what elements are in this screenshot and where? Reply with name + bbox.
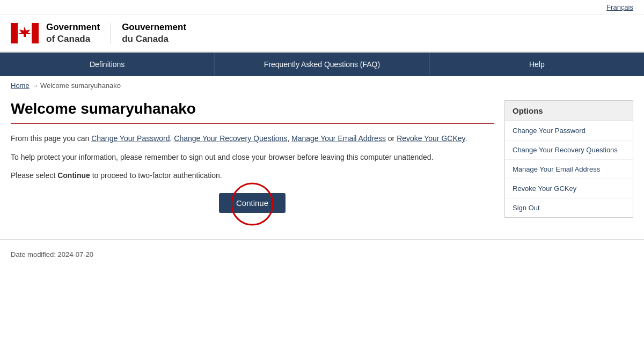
continue-button[interactable]: Continue [219, 193, 286, 213]
gov-name-en-line2: of Canada [46, 33, 100, 45]
security-paragraph: To help protect your information, please… [11, 151, 494, 163]
gov-name-fr-line1: Gouvernement [122, 21, 186, 33]
svg-rect-2 [32, 23, 39, 43]
breadcrumb: Home → Welcome sumaryuhanako [0, 76, 644, 95]
top-bar: Français [0, 0, 644, 15]
gov-name-english: Government of Canada [46, 21, 100, 45]
sidebar-manage-email[interactable]: Manage Your Email Address [505, 160, 633, 179]
header-divider [111, 23, 111, 44]
sidebar-revoke-gckey[interactable]: Revoke Your GCKey [505, 179, 633, 198]
date-modified-value: 2024-07-20 [57, 250, 93, 258]
gov-name-en-line1: Government [46, 21, 100, 33]
intro-paragraph: From this page you can Change Your Passw… [11, 132, 494, 144]
breadcrumb-arrow: → [31, 82, 38, 90]
canada-flag-icon [11, 23, 39, 43]
continue-button-wrapper: Continue [219, 193, 286, 213]
language-toggle-link[interactable]: Français [606, 3, 633, 11]
options-sidebar: Options Change Your Password Change Your… [504, 100, 633, 218]
svg-rect-4 [24, 34, 26, 37]
date-modified-label: Date modified: [11, 250, 56, 258]
svg-rect-0 [11, 23, 18, 43]
nav-item-definitions[interactable]: Definitions [0, 53, 215, 76]
nav-item-faq[interactable]: Frequently Asked Questions (FAQ) [215, 53, 429, 76]
sidebar-change-password[interactable]: Change Your Password [505, 121, 633, 141]
sidebar-change-recovery[interactable]: Change Your Recovery Questions [505, 141, 633, 160]
page-title: Welcome sumaryuhanako [11, 100, 494, 124]
gov-name-french: Gouvernement du Canada [122, 21, 186, 45]
main-navigation: Definitions Frequently Asked Questions (… [0, 53, 644, 76]
footer: Date modified: 2024-07-20 [0, 239, 644, 264]
content-area: Welcome sumaryuhanako From this page you… [11, 100, 494, 218]
header: Government of Canada Gouvernement du Can… [0, 15, 644, 53]
change-recovery-link[interactable]: Change Your Recovery Questions [174, 134, 287, 143]
sidebar-title: Options [505, 101, 633, 121]
gov-name-fr-line2: du Canada [122, 33, 186, 45]
change-password-link[interactable]: Change Your Password [91, 134, 170, 143]
main-content: Welcome sumaryuhanako From this page you… [0, 95, 644, 234]
nav-item-help[interactable]: Help [430, 53, 644, 76]
revoke-gckey-link[interactable]: Revoke Your GCKey [397, 134, 465, 143]
continue-instruction: Please select Continue to proceed to two… [11, 169, 494, 181]
breadcrumb-current: Welcome sumaryuhanako [40, 82, 121, 90]
sidebar-sign-out[interactable]: Sign Out [505, 198, 633, 217]
continue-bold: Continue [57, 171, 90, 180]
breadcrumb-home-link[interactable]: Home [11, 82, 30, 90]
manage-email-link[interactable]: Manage Your Email Address [291, 134, 386, 143]
